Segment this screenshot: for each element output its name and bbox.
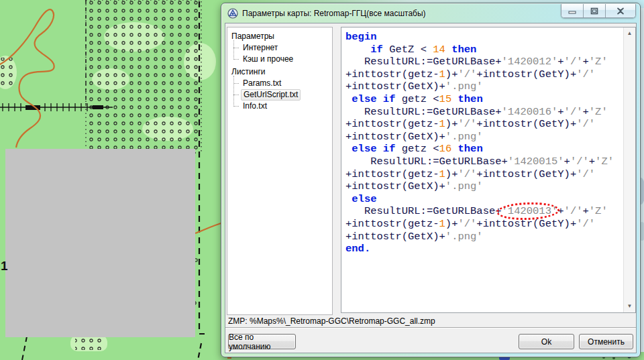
code-token: else — [352, 93, 376, 105]
maximize-icon — [590, 7, 598, 15]
tree-item-Параметры[interactable]: Параметры — [227, 31, 332, 42]
tree-item-Интернет[interactable]: Интернет — [227, 42, 332, 54]
code-token: )+ — [445, 168, 458, 180]
close-button[interactable] — [606, 4, 635, 17]
code-token: '/' — [576, 168, 595, 180]
code-token: + — [582, 205, 588, 217]
window-controls — [561, 4, 636, 18]
code-token — [451, 93, 458, 105]
code-token: )+ — [445, 68, 458, 80]
app-icon — [227, 8, 238, 19]
code-token: then — [458, 93, 483, 105]
vertical-scrollbar[interactable]: ▲ ▼ — [623, 27, 635, 312]
code-editor[interactable]: begin if GetZ < 14 then ResultURL:=GetUR… — [341, 27, 636, 313]
code-token: +inttostr(GetX)+ — [345, 131, 445, 143]
map-parameters-dialog: Параметры карты: Retromap-ГГЦ(все масшта… — [221, 3, 641, 357]
code-token — [345, 93, 352, 105]
code-line: begin — [345, 31, 622, 44]
code-token: ResultURL:=GetURLBase+ — [345, 106, 502, 118]
tree-group: ПараметрыИнтернетКэш и прочее — [227, 31, 332, 65]
code-token: 'Z' — [589, 106, 608, 118]
code-line: +inttostr(getz-1)+'/'+inttostr(GetY)+'/' — [345, 168, 622, 181]
tree-item-label: Интернет — [241, 43, 280, 53]
code-token: '/' — [576, 118, 595, 130]
code-token: 1 — [439, 218, 445, 230]
map-label: 1 — [1, 259, 8, 273]
code-token: '/' — [458, 218, 476, 230]
code-token: '/' — [564, 106, 583, 118]
minimize-icon — [568, 7, 576, 14]
code-token — [445, 44, 451, 56]
code-token: 1 — [439, 118, 445, 130]
code-token: '1420012' — [502, 56, 558, 68]
code-token — [451, 143, 458, 155]
code-token: +inttostr(GetX)+ — [345, 231, 445, 243]
code-line: ResultURL:=GetURLBase+'1420013'+'/'+'Z' — [345, 205, 622, 218]
code-line: +inttostr(getz-1)+'/'+inttostr(GetY)+'/' — [345, 68, 622, 81]
code-token: + — [582, 106, 588, 118]
code-line: +inttostr(GetX)+'.png' — [345, 180, 622, 193]
code-token: '/' — [576, 68, 595, 80]
code-token: '/' — [458, 68, 476, 80]
code-token — [345, 143, 352, 155]
code-token: ResultURL:=GetURLBase+ — [345, 205, 502, 217]
code-token: + — [557, 56, 564, 68]
code-token: 1 — [439, 168, 445, 180]
code-token: '.png' — [445, 131, 483, 143]
tree-connector — [233, 59, 239, 60]
code-token: +inttostr(getz- — [345, 118, 439, 130]
code-token: 'Z' — [589, 56, 608, 68]
annotated-tile-id: '1420013' — [502, 205, 558, 218]
tree-item-label: Кэш и прочее — [241, 54, 295, 64]
code-token: else — [352, 143, 376, 155]
map-forest-pattern — [75, 337, 103, 350]
code-token — [345, 193, 352, 205]
code-token — [377, 93, 383, 105]
minimize-button[interactable] — [561, 4, 584, 17]
code-token: 14 — [433, 44, 445, 56]
tree-item-label: GetUrlScript.txt — [241, 89, 301, 101]
cancel-button[interactable]: Отменить — [579, 334, 633, 349]
code-token: )+ — [445, 218, 458, 230]
scroll-up-icon[interactable]: ▲ — [624, 28, 635, 39]
tree-children: Params.txtGetUrlScript.txtInfo.txt — [227, 78, 332, 112]
code-token — [345, 44, 370, 56]
settings-tree: ПараметрыИнтернетКэш и прочееЛистингиPar… — [227, 27, 333, 315]
code-token: 1 — [439, 68, 445, 80]
tree-connector — [233, 83, 239, 84]
scroll-down-icon[interactable]: ▼ — [624, 301, 635, 312]
code-line: +inttostr(GetX)+'.png' — [345, 231, 622, 243]
code-token: if — [383, 143, 396, 155]
tree-item-GetUrlScript.txt[interactable]: GetUrlScript.txt — [227, 89, 332, 101]
code-token: +inttostr(GetY)+ — [476, 68, 576, 80]
map-forest-pattern — [86, 0, 201, 153]
code-token: '/' — [458, 168, 476, 180]
code-line: end. — [345, 243, 622, 255]
defaults-button[interactable]: Все по умолчанию — [228, 334, 296, 349]
code-token: +inttostr(GetY)+ — [476, 218, 576, 230]
code-line: if GetZ < 14 then — [345, 44, 622, 56]
code-line: +inttostr(getz-1)+'/'+inttostr(GetY)+'/' — [345, 218, 622, 231]
tree-item-label: Params.txt — [241, 78, 283, 88]
code-token: else — [352, 193, 376, 205]
tree-item-Кэш и прочее[interactable]: Кэш и прочее — [227, 54, 332, 65]
code-token: if — [383, 93, 396, 105]
code-token: '.png' — [445, 180, 483, 192]
tree-children: ИнтернетКэш и прочее — [227, 42, 332, 65]
tree-item-Листинги[interactable]: Листинги — [227, 66, 332, 78]
tree-item-Info.txt[interactable]: Info.txt — [227, 101, 332, 112]
maximize-button[interactable] — [584, 4, 606, 17]
code-token: + — [582, 56, 588, 68]
zmp-path-status: ZMP: %Maps%\_Retromap-GGC\Retromap-GGC_a… — [228, 316, 435, 326]
tree-item-Params.txt[interactable]: Params.txt — [227, 78, 332, 89]
code-token: begin — [345, 31, 377, 43]
code-token: '.png' — [445, 231, 483, 243]
code-token: end. — [345, 243, 370, 255]
code-token: +inttostr(getz- — [345, 168, 439, 180]
code-token: +inttostr(GetX)+ — [345, 80, 445, 93]
ok-button[interactable]: Ok — [519, 334, 574, 349]
code-line: ResultURL:=GetURLBase+'1420016'+'/'+'Z' — [345, 106, 622, 119]
tree-group: ЛистингиParams.txtGetUrlScript.txtInfo.t… — [227, 66, 332, 112]
code-token: )+ — [445, 118, 458, 130]
code-token: + — [557, 106, 564, 118]
